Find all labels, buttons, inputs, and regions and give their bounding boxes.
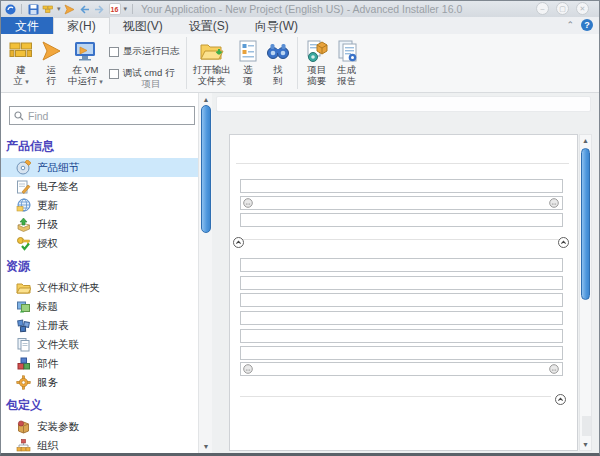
forward-icon[interactable] bbox=[94, 3, 106, 15]
search-icon bbox=[14, 107, 24, 125]
drag-handle-icon[interactable] bbox=[549, 194, 559, 204]
options-label-line1: 选 bbox=[243, 64, 253, 75]
updates-badge-icon[interactable]: 16 bbox=[109, 3, 121, 15]
form-field[interactable] bbox=[240, 358, 563, 372]
drag-handle-icon[interactable] bbox=[243, 194, 253, 204]
sidebar-item-digital-signature[interactable]: 电子签名 bbox=[1, 177, 198, 196]
tab-view[interactable]: 视图(V) bbox=[110, 17, 176, 34]
scroll-up-arrow-icon[interactable]: ▲ bbox=[199, 94, 213, 105]
sidebar-item-shortcuts[interactable]: 标题 bbox=[1, 297, 198, 316]
app-logo-icon[interactable] bbox=[4, 3, 16, 15]
registry-icon bbox=[15, 318, 31, 334]
sidebar-scrollbar[interactable]: ▲ ▼ bbox=[198, 93, 212, 453]
save-icon[interactable] bbox=[27, 3, 39, 15]
title-bar: ▾ 16 ▾ Your Application - New Project (E… bbox=[1, 1, 599, 17]
text-input[interactable] bbox=[240, 329, 563, 343]
collapse-section-icon[interactable] bbox=[555, 391, 566, 402]
form-field[interactable] bbox=[240, 325, 563, 339]
generate-report-button[interactable]: 生成 报告 bbox=[332, 37, 362, 87]
sidebar-item-file-associations[interactable]: 文件关联 bbox=[1, 335, 198, 354]
sidebar-item-label: 文件和文件夹 bbox=[37, 281, 100, 295]
form-field[interactable] bbox=[240, 209, 563, 223]
collapse-section-icon[interactable] bbox=[233, 234, 244, 245]
sidebar-search-box[interactable] bbox=[9, 106, 195, 125]
form-field[interactable] bbox=[240, 307, 563, 321]
form-field[interactable] bbox=[240, 342, 563, 356]
sidebar-item-label: 安装参数 bbox=[37, 420, 79, 434]
section-header-product-info: 产品信息 bbox=[1, 133, 198, 158]
sidebar-item-install-parameters[interactable]: 安装参数 bbox=[1, 417, 198, 436]
form-field[interactable] bbox=[240, 175, 563, 189]
qat-customize-caret[interactable]: ▾ bbox=[124, 5, 128, 13]
globe-icon bbox=[15, 198, 31, 214]
sidebar-item-product-details[interactable]: 产品细节 bbox=[1, 158, 198, 177]
text-input[interactable] bbox=[240, 311, 563, 325]
sidebar-item-licensing[interactable]: 授权 bbox=[1, 234, 198, 253]
help-icon[interactable]: ? bbox=[581, 19, 593, 31]
collapse-section-icon[interactable] bbox=[558, 234, 569, 245]
build-bricks-icon bbox=[8, 38, 34, 64]
collapse-ribbon-icon[interactable]: ⌃ bbox=[566, 20, 574, 30]
text-input[interactable] bbox=[240, 179, 563, 193]
text-input[interactable] bbox=[240, 362, 563, 376]
minimize-button[interactable]: – bbox=[536, 2, 549, 15]
ribbon-tab-row: 文件 家(H) 视图(V) 设置(S) 向导(W) ⌃ ? bbox=[1, 17, 599, 34]
upgrade-box-icon bbox=[15, 217, 31, 233]
sidebar-item-updates[interactable]: 更新 bbox=[1, 196, 198, 215]
form-field[interactable] bbox=[240, 272, 563, 286]
find-label-line1: 找 bbox=[273, 64, 283, 75]
run-icon[interactable] bbox=[64, 3, 76, 15]
text-input[interactable] bbox=[240, 213, 563, 227]
ribbon-checkbox-group: 显示运行日志 调试 cmd 行 bbox=[109, 45, 180, 80]
sidebar-item-label: 部件 bbox=[37, 357, 58, 371]
sidebar-item-registry[interactable]: 注册表 bbox=[1, 316, 198, 335]
sidebar-item-assemblies[interactable]: 部件 bbox=[1, 354, 198, 373]
tab-wizard[interactable]: 向导(W) bbox=[242, 17, 311, 34]
disc-icon bbox=[15, 160, 31, 176]
build-icon[interactable] bbox=[42, 3, 54, 15]
sidebar-item-upgrades[interactable]: 升级 bbox=[1, 215, 198, 234]
scroll-up-arrow-icon[interactable]: ▲ bbox=[580, 135, 591, 146]
sidebar: 产品信息 产品细节 电子签名 更新 bbox=[1, 93, 198, 453]
tab-file[interactable]: 文件 bbox=[1, 17, 53, 34]
text-input[interactable] bbox=[240, 293, 563, 307]
tab-settings[interactable]: 设置(S) bbox=[176, 17, 242, 34]
summary-label-line1: 项目 bbox=[307, 64, 326, 75]
sidebar-item-label: 授权 bbox=[37, 237, 58, 251]
open-output-folder-icon bbox=[199, 38, 225, 64]
main-scrollbar[interactable]: ▲ ▼ bbox=[579, 134, 592, 451]
scroll-down-arrow-icon[interactable]: ▼ bbox=[580, 439, 591, 450]
maximize-button[interactable]: ▢ bbox=[556, 2, 569, 15]
signature-icon bbox=[15, 179, 31, 195]
run-label-line1: 运 bbox=[46, 64, 56, 75]
sidebar-nav: 产品信息 产品细节 电子签名 更新 bbox=[1, 133, 198, 453]
drag-handle-icon[interactable] bbox=[549, 360, 559, 370]
sidebar-item-label: 注册表 bbox=[37, 319, 69, 333]
form-field[interactable] bbox=[240, 192, 563, 206]
app-window: ▾ 16 ▾ Your Application - New Project (E… bbox=[0, 0, 600, 456]
form-field[interactable] bbox=[240, 254, 563, 268]
text-input[interactable] bbox=[240, 276, 563, 290]
close-button[interactable]: ✕ bbox=[576, 2, 589, 15]
components-cubes-icon bbox=[15, 356, 31, 372]
sidebar-scrollbar-thumb[interactable] bbox=[201, 105, 211, 233]
main-header-bar bbox=[216, 96, 591, 112]
drag-handle-icon[interactable] bbox=[243, 360, 253, 370]
text-input[interactable] bbox=[240, 196, 563, 210]
window-controls: – ▢ ✕ bbox=[536, 2, 589, 15]
search-input[interactable] bbox=[28, 110, 178, 122]
back-icon[interactable] bbox=[79, 3, 91, 15]
project-summary-button[interactable]: 项目 摘要 bbox=[302, 37, 332, 87]
text-input[interactable] bbox=[240, 258, 563, 272]
report-label-line1: 生成 bbox=[337, 64, 356, 75]
main-scrollbar-thumb[interactable] bbox=[581, 148, 590, 300]
sidebar-item-services[interactable]: 服务 bbox=[1, 373, 198, 392]
sidebar-item-files-and-folders[interactable]: 文件和文件夹 bbox=[1, 278, 198, 297]
sidebar-item-organization[interactable]: 组织 bbox=[1, 436, 198, 453]
form-field[interactable] bbox=[240, 289, 563, 303]
tab-home[interactable]: 家(H) bbox=[53, 17, 110, 34]
sidebar-item-label: 标题 bbox=[37, 300, 58, 314]
scroll-down-arrow-icon[interactable]: ▼ bbox=[199, 441, 213, 452]
show-run-log-checkbox[interactable]: 显示运行日志 bbox=[109, 45, 180, 58]
build-dropdown-caret[interactable]: ▾ bbox=[57, 5, 61, 13]
